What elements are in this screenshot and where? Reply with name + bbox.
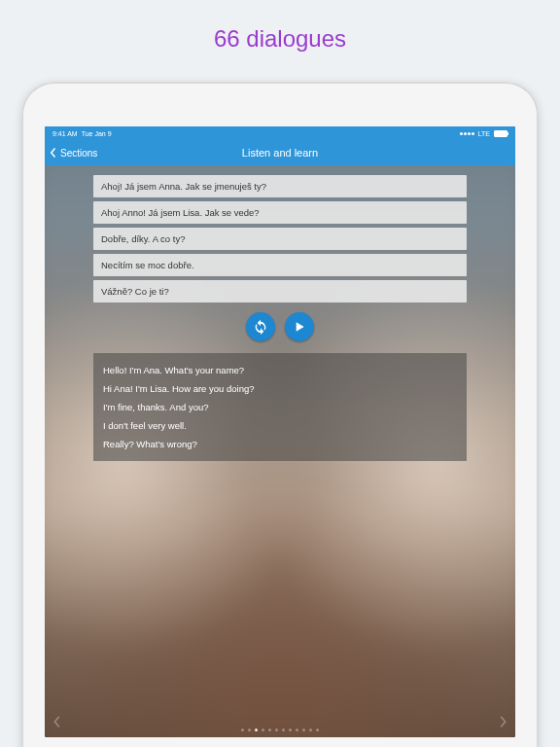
dialogue-line[interactable]: Vážně? Co je ti? — [93, 280, 467, 302]
chevron-left-icon — [49, 147, 58, 159]
dialogue-line[interactable]: Dobře, díky. A co ty? — [93, 228, 467, 250]
promo-title: 66 dialogues — [0, 0, 560, 53]
page-dot[interactable] — [309, 729, 312, 731]
content-area: Ahoj! Já jsem Anna. Jak se jmenuješ ty? … — [45, 165, 515, 461]
app-screen: 9:41 AM Tue Jan 9 LTE Sections Listen an… — [45, 126, 515, 737]
nav-bar: Sections Listen and learn — [45, 140, 515, 165]
back-label: Sections — [60, 148, 97, 159]
play-icon — [292, 319, 307, 335]
repeat-icon — [253, 319, 268, 335]
status-time: 9:41 AM — [52, 130, 78, 137]
prev-page-button[interactable] — [49, 711, 66, 735]
translation-line: I don't feel very well. — [103, 416, 457, 435]
dialogue-line[interactable]: Necítím se moc dobře. — [93, 254, 467, 276]
play-button[interactable] — [285, 312, 314, 341]
page-dot[interactable] — [302, 729, 305, 731]
nav-title: Listen and learn — [45, 147, 515, 159]
translation-line: Hi Ana! I'm Lisa. How are you doing? — [103, 379, 457, 398]
back-button[interactable]: Sections — [45, 147, 97, 159]
signal-icon — [460, 132, 474, 135]
page-dot[interactable] — [262, 729, 264, 731]
battery-icon — [494, 130, 508, 137]
translation-box: Hello! I'm Ana. What's your name? Hi Ana… — [93, 353, 467, 461]
chevron-right-icon — [498, 715, 508, 729]
next-page-button[interactable] — [494, 711, 511, 735]
page-dot[interactable] — [296, 729, 298, 731]
page-dot[interactable] — [255, 729, 258, 731]
status-bar: 9:41 AM Tue Jan 9 LTE — [45, 126, 515, 140]
page-dot[interactable] — [268, 729, 271, 731]
translation-line: I'm fine, thanks. And you? — [103, 398, 457, 416]
page-dot[interactable] — [275, 729, 278, 731]
audio-controls — [93, 312, 467, 341]
tablet-frame: 9:41 AM Tue Jan 9 LTE Sections Listen an… — [21, 82, 539, 747]
chevron-left-icon — [52, 715, 62, 729]
status-date: Tue Jan 9 — [82, 130, 112, 137]
translation-line: Really? What's wrong? — [103, 435, 457, 453]
page-dot[interactable] — [282, 729, 285, 731]
page-dot[interactable] — [289, 729, 292, 731]
repeat-button[interactable] — [246, 312, 275, 341]
dialogue-line[interactable]: Ahoj Anno! Já jsem Lisa. Jak se vede? — [93, 201, 467, 224]
page-dot[interactable] — [248, 729, 251, 731]
page-indicator — [45, 729, 515, 731]
page-dot[interactable] — [241, 729, 244, 731]
translation-line: Hello! I'm Ana. What's your name? — [103, 361, 457, 379]
status-carrier: LTE — [478, 130, 490, 137]
page-dot[interactable] — [316, 729, 319, 731]
dialogue-line[interactable]: Ahoj! Já jsem Anna. Jak se jmenuješ ty? — [93, 175, 467, 197]
